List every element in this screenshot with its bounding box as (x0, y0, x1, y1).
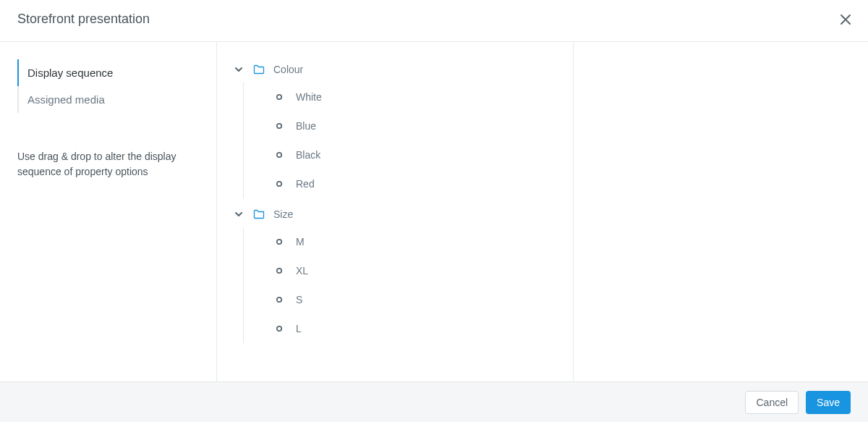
svg-point-7 (277, 326, 281, 331)
folder-icon (253, 208, 265, 220)
close-icon[interactable] (841, 14, 851, 25)
option-item[interactable]: XL (276, 256, 558, 285)
circle-icon (276, 180, 283, 187)
option-label: L (296, 323, 302, 334)
help-text: Use drag & drop to alter the display seq… (0, 113, 216, 180)
property-group-colour: Colour White Blue Black (234, 56, 558, 198)
group-header[interactable]: Size (234, 201, 558, 227)
svg-point-5 (277, 269, 281, 273)
option-item[interactable]: Black (276, 140, 558, 169)
property-group-size: Size M XL S (234, 201, 558, 343)
circle-icon (276, 93, 283, 101)
option-label: S (296, 294, 302, 305)
tab-label: Assigned media (27, 93, 105, 106)
circle-icon (276, 267, 283, 274)
svg-point-1 (277, 124, 281, 128)
option-item[interactable]: Red (276, 169, 558, 198)
sidebar-tabs: Display sequence Assigned media (0, 59, 216, 113)
svg-point-2 (277, 153, 281, 157)
modal-title: Storefront presentation (17, 12, 150, 27)
tab-assigned-media[interactable]: Assigned media (17, 86, 199, 113)
option-item[interactable]: White (276, 83, 558, 111)
option-item[interactable]: L (276, 314, 558, 343)
folder-icon (253, 64, 265, 75)
option-label: M (296, 236, 305, 248)
modal-footer: Cancel Save (0, 382, 868, 422)
svg-point-0 (277, 95, 281, 99)
modal-body: Display sequence Assigned media Use drag… (0, 42, 868, 381)
circle-icon (276, 151, 283, 159)
group-header[interactable]: Colour (234, 56, 558, 83)
sidebar: Display sequence Assigned media Use drag… (0, 42, 217, 381)
option-item[interactable]: Blue (276, 111, 558, 140)
svg-point-3 (277, 182, 281, 186)
option-label: Blue (296, 120, 316, 132)
option-label: Red (296, 178, 315, 190)
cancel-button[interactable]: Cancel (745, 391, 799, 414)
storefront-presentation-modal: Storefront presentation Display sequence… (0, 0, 868, 382)
tab-label: Display sequence (27, 67, 113, 79)
chevron-down-icon (234, 210, 243, 219)
tree-panel: Colour White Blue Black (217, 42, 574, 381)
svg-point-6 (277, 297, 281, 302)
option-label: XL (296, 265, 308, 277)
option-item[interactable]: M (276, 227, 558, 256)
tab-display-sequence[interactable]: Display sequence (17, 59, 199, 86)
save-button[interactable]: Save (806, 391, 851, 414)
circle-icon (276, 122, 283, 130)
option-item[interactable]: S (276, 285, 558, 314)
right-panel (574, 42, 868, 381)
circle-icon (276, 296, 283, 303)
svg-point-4 (277, 240, 281, 244)
circle-icon (276, 238, 283, 245)
circle-icon (276, 325, 283, 332)
options-list: M XL S L (243, 227, 558, 343)
option-label: White (296, 91, 322, 103)
group-label: Colour (273, 64, 303, 75)
modal-header: Storefront presentation (0, 0, 868, 42)
options-list: White Blue Black Red (243, 83, 558, 198)
group-label: Size (273, 208, 293, 220)
option-label: Black (296, 149, 320, 161)
chevron-down-icon (234, 65, 243, 74)
